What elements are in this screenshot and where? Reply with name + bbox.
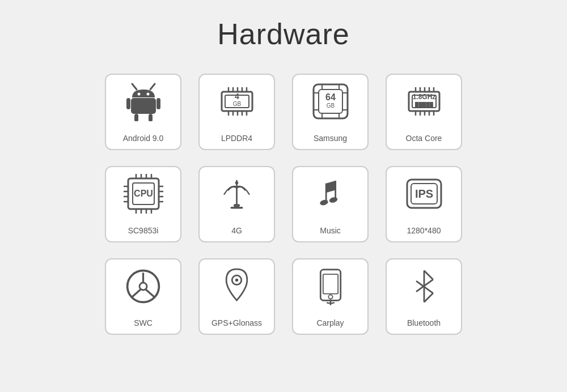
svg-line-0 [132, 84, 137, 90]
card-music: Music [292, 166, 369, 242]
ips-label: 1280*480 [407, 226, 441, 241]
card-android: Android 9.0 [105, 74, 181, 150]
card-swc: SWC [105, 258, 181, 335]
card-ips: IPS 1280*480 [386, 166, 462, 242]
svg-rect-4 [131, 98, 156, 114]
svg-point-74 [319, 199, 329, 206]
swc-icon [125, 259, 162, 313]
lpddr4-label: LPDDR4 [221, 134, 252, 149]
card-carplay: Carplay [292, 258, 369, 335]
svg-line-83 [146, 289, 155, 297]
music-icon [315, 167, 346, 220]
gps-label: GPS+Glonass [211, 318, 262, 334]
hardware-grid: Android 9.0 4 GB LPDDR4 [11, 74, 556, 335]
svg-text:CPU: CPU [134, 189, 153, 198]
swc-label: SWC [134, 318, 153, 334]
samsung-label: Samsung [314, 134, 347, 149]
svg-rect-71 [231, 207, 243, 209]
ips-icon: IPS [404, 167, 444, 220]
carplay-label: Carplay [316, 318, 344, 334]
octa-core-icon: 1.8GHz █████ [404, 75, 444, 128]
svg-text:GB: GB [232, 101, 241, 107]
android-icon [126, 75, 160, 128]
card-samsung: 64 GB Samsung [292, 74, 369, 150]
svg-rect-6 [156, 98, 160, 109]
sc9853i-label: SC9853i [128, 226, 159, 241]
card-4g: 4G [198, 166, 275, 242]
svg-line-1 [150, 84, 155, 90]
svg-text:GB: GB [326, 103, 335, 109]
svg-text:1.8GHz: 1.8GHz [412, 93, 435, 101]
svg-point-85 [235, 279, 239, 282]
carplay-icon [316, 259, 345, 313]
music-label: Music [320, 226, 341, 241]
svg-point-3 [146, 93, 149, 96]
gps-icon [221, 259, 252, 313]
android-label: Android 9.0 [123, 134, 164, 149]
page-title: Hardware [11, 17, 556, 51]
samsung-icon: 64 GB [311, 75, 350, 128]
svg-point-75 [329, 197, 338, 204]
svg-point-2 [137, 93, 140, 96]
svg-rect-70 [234, 204, 240, 207]
svg-rect-87 [323, 274, 337, 294]
svg-line-91 [424, 270, 433, 279]
octa-core-label: Octa Core [406, 134, 442, 149]
svg-rect-8 [149, 114, 153, 121]
svg-rect-5 [126, 98, 130, 109]
svg-text:4: 4 [235, 92, 239, 101]
svg-text:IPS: IPS [414, 188, 433, 200]
svg-line-82 [132, 289, 141, 297]
svg-text:64: 64 [325, 92, 336, 102]
bluetooth-label: Bluetooth [407, 318, 441, 334]
svg-text:█████: █████ [415, 101, 434, 108]
svg-line-93 [424, 293, 433, 302]
card-lpddr4: 4 GB LPDDR4 [198, 74, 275, 150]
card-gps: GPS+Glonass [198, 258, 275, 335]
svg-rect-7 [134, 114, 138, 121]
hardware-page: Hardware Android [0, 0, 567, 392]
lpddr4-icon: 4 GB [217, 75, 257, 128]
4g-icon [221, 167, 252, 220]
svg-point-88 [328, 295, 332, 299]
svg-point-80 [139, 283, 147, 290]
svg-point-69 [235, 181, 239, 185]
card-bluetooth: Bluetooth [386, 258, 462, 335]
card-sc9853i: CPU SC9853i [105, 166, 181, 242]
card-octa-core: 1.8GHz █████ Octa Core [386, 74, 462, 150]
sc9853i-icon: CPU [124, 167, 163, 220]
4g-label: 4G [231, 226, 242, 241]
bluetooth-icon [410, 259, 438, 313]
